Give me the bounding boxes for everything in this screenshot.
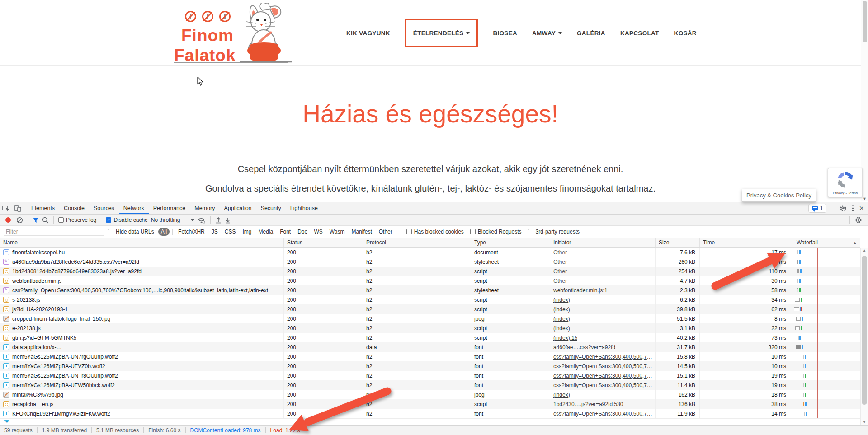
page-scroll-down-icon[interactable]: ▼ [861,196,868,201]
initiator-link[interactable]: css?family=Open+Sans:300,400,500,700|… [553,363,655,370]
column-header-status[interactable]: Status [284,238,363,247]
table-row[interactable]: webfontloader.min.js200h2scriptOther4.7 … [0,276,860,285]
table-row[interactable]: recaptcha__en.js200h2script1bd2430….js?v… [0,399,860,409]
tab-network[interactable]: Network [119,202,149,214]
table-row[interactable]: mem8YaGs126MiZpBA-UFVZ0b.woff2200h2fontc… [0,361,860,371]
disable-cache-checkbox[interactable]: Disable cache [106,217,147,223]
nav-item-kos-r[interactable]: KOSÁR [674,30,697,37]
column-header-protocol[interactable]: Protocol [363,238,471,247]
cell-size: 4.7 kB [656,276,700,285]
filter-input[interactable] [4,228,104,236]
column-header-type[interactable]: Type [471,238,550,247]
table-row[interactable]: mem5YaGs126MiZpBA-UN_r8OUuhp.woff2200h2f… [0,371,860,380]
type-filter-font[interactable]: Font [277,228,293,236]
3rd-party-requests-checkbox[interactable]: 3rd-party requests [528,229,580,235]
nav-item-telrendel-s[interactable]: ÉTELRENDELÉS [405,19,478,47]
tab-performance[interactable]: Performance [149,202,190,214]
initiator-link[interactable]: (index) [553,316,570,322]
table-row[interactable]: s-202138.js200h2script(index)6.2 kB34 ms [0,295,860,304]
export-har-icon[interactable] [225,217,231,224]
has-blocked-cookies-checkbox[interactable]: Has blocked cookies [406,229,464,235]
hide-data-urls-checkbox[interactable]: Hide data URLs [108,229,154,235]
tab-sources[interactable]: Sources [89,202,119,214]
initiator-link[interactable]: css?family=Open+Sans:300,400,500,700|… [553,411,655,417]
preserve-log-checkbox[interactable]: Preserve log [58,217,96,223]
nav-item-amway[interactable]: AMWAY [532,30,562,37]
more-options-icon[interactable] [852,205,854,212]
table-row[interactable]: css?family=Open+Sans:300,400,500,700%7CR… [0,285,860,295]
table-row[interactable]: cropped-finom-falatok-logo_final_150.jpg… [0,314,860,323]
tab-application[interactable]: Application [219,202,256,214]
table-row[interactable]: e-202138.js200h2script(index)3.1 kB22 ms [0,323,860,333]
table-row[interactable]: a460fae9da9ba7d28ffede6c724fd335.css?ver… [0,257,860,267]
tab-console[interactable]: Console [59,202,89,214]
type-filter-doc[interactable]: Doc [295,228,310,236]
blocked-requests-checkbox[interactable]: Blocked Requests [470,229,522,235]
site-logo[interactable]: Finom Falatok [174,3,296,64]
tab-memory[interactable]: Memory [190,202,219,214]
table-row[interactable]: mem8YaGs126MiZpBA-UFW50bbck.woff2200h2fo… [0,380,860,390]
initiator-link[interactable]: css?family=Open+Sans:300,400,500,700|… [553,373,655,379]
type-filter-fetch-xhr[interactable]: Fetch/XHR [175,228,208,236]
record-network-log-icon[interactable] [5,217,11,223]
type-filter-other[interactable]: Other [376,228,395,236]
column-header-initiator[interactable]: Initiator [550,238,656,247]
search-icon[interactable] [42,217,49,224]
column-header-time[interactable]: Time [700,238,793,247]
settings-gear-icon[interactable] [840,205,847,212]
type-filter-css[interactable]: CSS [222,228,239,236]
filter-icon[interactable] [33,217,39,223]
table-row[interactable]: gtm.js?id=GTM-5GMTNK5200h2script(index):… [0,333,860,342]
network-conditions-icon[interactable] [198,217,206,224]
tab-security[interactable]: Security [256,202,286,214]
table-row[interactable]: mintak%C3%A9p.jpg200h2jpeg(index)162 kB1… [0,390,860,399]
tab-lighthouse[interactable]: Lighthouse [286,202,322,214]
initiator-link[interactable]: (index) [553,325,570,332]
nav-item-kik-vagyunk[interactable]: KIK VAGYUNK [346,30,390,37]
type-filter-js[interactable]: JS [209,228,221,236]
clear-network-log-icon[interactable] [16,217,23,224]
initiator-link[interactable]: (index) [553,297,570,303]
throttling-select[interactable]: No throttling [151,217,195,223]
initiator-text: Other [553,259,567,265]
nav-item-biosea[interactable]: BIOSEA [493,30,517,37]
initiator-link[interactable]: (index):15 [553,335,577,341]
type-filter-img[interactable]: Img [240,228,254,236]
table-row[interactable]: 1bd2430812d4b7d87796d649e83023a8.js?ver=… [0,267,860,276]
tab-elements[interactable]: Elements [27,202,59,214]
initiator-link[interactable]: (index) [553,306,570,313]
table-row[interactable]: mem5YaGs126MiZpBA-UN7rgOUuhp.woff2200h2f… [0,352,860,361]
type-filter-all[interactable]: All [158,228,170,236]
inspect-element-icon[interactable] [0,202,12,214]
issues-badge[interactable]: 1 [808,204,827,213]
type-filter-media[interactable]: Media [255,228,276,236]
initiator-link[interactable]: 1bd2430….js?ver=a92fd:530 [553,401,623,407]
nav-item-kapcsolat[interactable]: KAPCSOLAT [620,30,659,37]
type-filter-ws[interactable]: WS [311,228,326,236]
import-har-icon[interactable] [215,217,222,224]
initiator-link[interactable]: a460fae….css?ver=a92fd [553,344,615,351]
table-row[interactable]: KFOkCnqEu92Fr1MmgVxGIzIFKw.woff2200h2fon… [0,409,860,418]
column-header-name[interactable]: Name [0,238,284,247]
network-settings-gear-icon[interactable] [855,216,862,224]
table-row[interactable]: js?id=UA-202620193-1200h2script(index)39… [0,304,860,314]
device-toolbar-icon[interactable] [12,202,24,214]
scroll-up-icon[interactable]: ▲ [861,248,868,253]
table-scrollbar[interactable]: ▲ ▼ [860,248,868,425]
type-filter-wasm[interactable]: Wasm [327,228,348,236]
table-row[interactable]: finomfalatokcsepel.hu200h2documentOther7… [0,248,860,257]
table-scrollbar-thumb[interactable] [862,256,867,405]
initiator-link[interactable]: css?family=Open+Sans:300,400,500,700|… [553,382,655,388]
table-row[interactable]: data:application/x-…200datafonta460fae….… [0,342,860,352]
initiator-link[interactable]: webfontloader.min.js:1 [553,287,607,294]
nav-item-gal-ria[interactable]: GALÉRIA [577,30,605,37]
initiator-link[interactable]: css?family=Open+Sans:300,400,500,700|… [553,354,655,360]
close-icon[interactable]: × [859,205,864,211]
recaptcha-badge[interactable]: Privacy - Terms [828,168,863,197]
column-header-waterfall[interactable]: Waterfall▲ [793,238,860,247]
scroll-down-icon[interactable]: ▼ [861,420,868,424]
type-filter-manifest[interactable]: Manifest [349,228,374,236]
column-header-size[interactable]: Size [656,238,700,247]
page-scrollbar-thumb[interactable] [863,1,867,42]
initiator-link[interactable]: (index) [553,392,570,398]
